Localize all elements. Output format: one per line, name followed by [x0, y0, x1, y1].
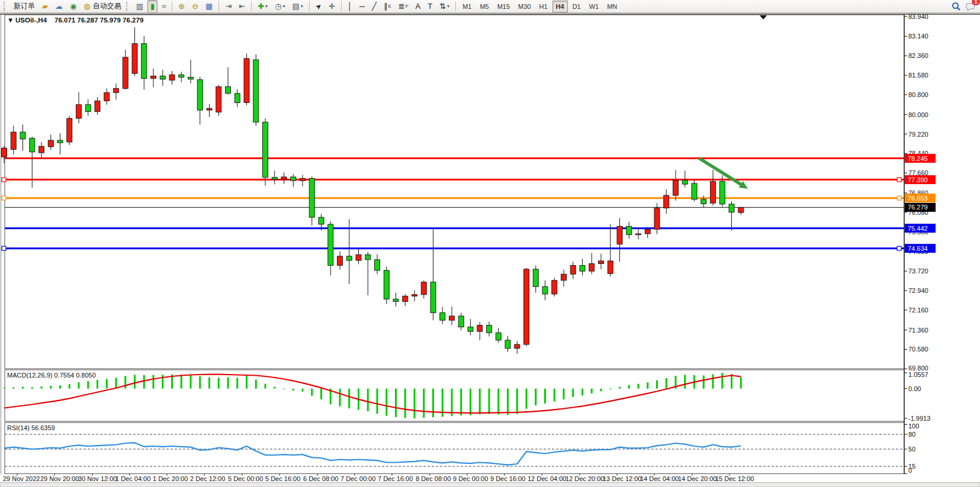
price-tick-label: 72.940 [908, 287, 928, 294]
macd-histogram-bar [97, 380, 98, 389]
toolbar-separator [251, 1, 252, 11]
candle-body [552, 280, 557, 294]
macd-histogram-bar [377, 389, 378, 414]
rsi-tick-label: 50 [908, 446, 915, 453]
time-tick-label: 30 Nov 12:00 [78, 475, 117, 482]
candle-body [403, 296, 408, 301]
candle-body [515, 344, 520, 349]
candle-body [20, 132, 25, 139]
timeframe-h1[interactable]: H1 [536, 1, 551, 12]
auto-trading-button[interactable]: ◍自动交易 [81, 0, 124, 13]
tile-windows-icon[interactable]: ▦ [203, 0, 216, 13]
candle-body [76, 105, 82, 118]
rsi-panel[interactable] [5, 423, 904, 474]
timeframe-d1[interactable]: D1 [569, 1, 584, 12]
line-handle[interactable] [897, 246, 901, 250]
auto-scroll-icon[interactable]: ⇥ [222, 0, 234, 13]
macd-histogram-bar [712, 374, 714, 388]
horizontal-line-icon[interactable]: ─ [356, 0, 368, 13]
fibonacci-icon[interactable]: ≣F [396, 0, 412, 13]
time-tick-label: 5 Dec 00:00 [228, 475, 263, 482]
timeframe-m5[interactable]: M5 [476, 1, 492, 12]
time-axis[interactable]: 29 Nov 202229 Nov 20:0030 Nov 12:001 Dec… [0, 474, 980, 483]
timeframe-w1[interactable]: W1 [586, 1, 603, 12]
macd-histogram-bar [106, 379, 108, 388]
hline-price-text: 74.634 [908, 245, 928, 252]
trendline-icon[interactable]: ╱ [369, 0, 380, 13]
timeframe-m1[interactable]: M1 [459, 1, 475, 12]
cursor-icon[interactable]: ➤ [313, 0, 324, 13]
crosshair-icon[interactable]: ✛ [326, 0, 338, 13]
candle-body [645, 229, 650, 234]
arrows-tool-icon[interactable]: ⇅▾ [436, 0, 452, 13]
hline-price-text: 76.279 [908, 204, 928, 211]
add-indicator-icon[interactable]: ✚▾ [255, 0, 271, 13]
periods-icon[interactable]: ◷▾ [272, 0, 288, 13]
candle-body [30, 138, 35, 152]
main-panel[interactable] [5, 15, 904, 369]
timeframe-m30[interactable]: M30 [515, 1, 534, 12]
fibonacci-icon-sup: F [406, 4, 409, 9]
templates-icon[interactable]: ▤▾ [289, 0, 306, 13]
signal-icon[interactable]: ◉ [67, 0, 79, 13]
candle-body [226, 86, 231, 93]
text-label-icon[interactable]: T [425, 0, 435, 13]
candle-body [524, 269, 529, 344]
candle-body [673, 180, 679, 195]
macd-histogram-bar [320, 389, 322, 399]
line-handle[interactable] [897, 196, 901, 200]
macd-histogram-bar [162, 375, 163, 388]
macd-panel[interactable] [5, 370, 904, 421]
chevron-down-icon[interactable]: ▾ [301, 4, 303, 9]
candle-body [636, 234, 641, 235]
candle-body [2, 148, 7, 157]
chevron-down-icon[interactable]: ▾ [282, 4, 285, 9]
line-handle[interactable] [897, 178, 901, 182]
time-tick-label: 14 Dec 04:00 [640, 475, 679, 482]
candlestick-chart-icon[interactable]: ▮ [147, 0, 158, 13]
candle-body [496, 333, 501, 340]
chart-title-symbol: USOil-,H4 [15, 17, 47, 24]
experts-icon[interactable]: ☁ [52, 0, 66, 13]
auto-trading-button-label: 自动交易 [93, 1, 121, 11]
chat-icon[interactable]: 1 [965, 1, 976, 12]
order-tag-icon: ▰ [42, 1, 48, 12]
chart-area[interactable]: 83.94083.14082.36081.58080.80080.00079.2… [0, 13, 980, 487]
vertical-line-icon[interactable]: │ [345, 0, 355, 13]
trendline-icon: ╱ [372, 1, 377, 12]
chart-title-marker[interactable]: ▼ [7, 17, 14, 24]
fibonacci-icon: ≣ [399, 1, 405, 12]
timeframe-mn[interactable]: MN [603, 1, 621, 12]
arrows-tool-icon: ⇅ [439, 1, 446, 12]
macd-histogram-bar [479, 389, 481, 414]
hline-price-text: 77.390 [908, 176, 928, 183]
candle-body [430, 282, 436, 313]
chevron-down-icon[interactable]: ▾ [265, 4, 268, 9]
macd-histogram-bar [255, 380, 257, 389]
timeframe-h4[interactable]: H4 [552, 1, 568, 12]
candle-body [272, 178, 277, 179]
order-tag-icon[interactable]: ▰ [39, 0, 51, 13]
chevron-down-icon[interactable]: ▾ [447, 4, 449, 9]
line-handle[interactable] [2, 196, 6, 200]
line-handle[interactable] [2, 178, 6, 182]
new-order-button[interactable]: 新订单 [11, 0, 38, 13]
macd-histogram-bar [124, 376, 126, 388]
macd-histogram-bar [535, 389, 536, 405]
line-chart-icon[interactable]: ≈ [159, 0, 169, 13]
text-icon[interactable]: A [413, 0, 424, 13]
zoom-in-icon[interactable]: ⊕ [175, 0, 188, 13]
zoom-out-icon[interactable]: ⊖ [189, 0, 201, 13]
bar-chart-icon[interactable]: ▥ [133, 0, 146, 13]
candle-body [505, 340, 510, 349]
search-icon[interactable] [950, 1, 962, 12]
line-handle[interactable] [2, 246, 6, 250]
chart-shift-icon[interactable]: ⇤ [236, 0, 248, 13]
timeframe-m15[interactable]: M15 [494, 1, 513, 12]
candle-body [263, 122, 268, 178]
macd-histogram-bar [274, 387, 275, 389]
macd-histogram-bar [69, 384, 70, 389]
time-tick-label: 6 Dec 08:00 [303, 475, 338, 482]
equidistant-channel-icon[interactable]: ∥E [381, 0, 394, 13]
price-tick-label: 72.160 [908, 307, 928, 314]
